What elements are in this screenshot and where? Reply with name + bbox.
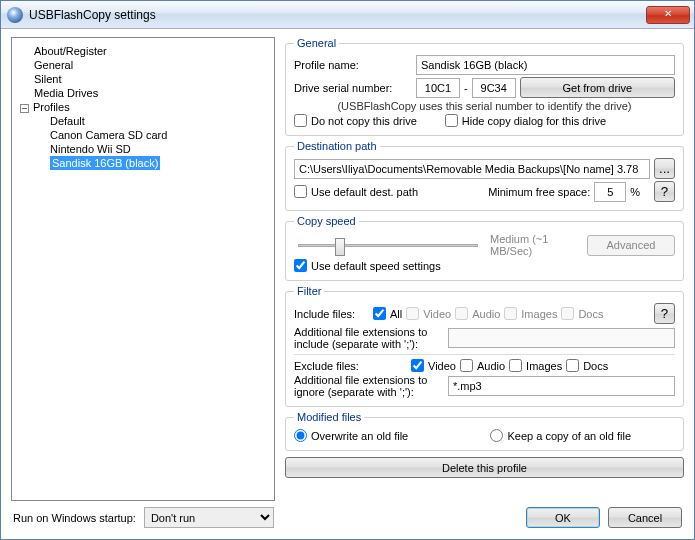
exclude-images-checkbox[interactable]: Images xyxy=(509,359,562,372)
tree-item-general[interactable]: General xyxy=(18,58,268,72)
speed-desc: Medium (~1 MB/Sec) xyxy=(490,233,583,257)
legend-general: General xyxy=(294,37,339,49)
serial-sep: - xyxy=(464,82,468,94)
dest-path-input[interactable] xyxy=(294,159,650,179)
tree-item-profiles[interactable]: –Profiles xyxy=(18,100,268,114)
speed-slider-thumb xyxy=(335,238,345,256)
close-button[interactable]: ✕ xyxy=(646,6,690,24)
delete-profile-button[interactable]: Delete this profile xyxy=(285,457,684,478)
collapse-icon[interactable]: – xyxy=(20,104,29,113)
do-not-copy-checkbox[interactable]: Do not copy this drive xyxy=(294,114,417,127)
advanced-button: Advanced xyxy=(587,235,675,256)
exclude-video-checkbox[interactable]: Video xyxy=(411,359,456,372)
tree-profile-default[interactable]: Default xyxy=(18,114,268,128)
group-speed: Copy speed Medium (~1 MB/Sec) Advanced U… xyxy=(285,215,684,281)
window-title: USBFlashCopy settings xyxy=(29,8,646,22)
use-default-speed-checkbox[interactable]: Use default speed settings xyxy=(294,259,441,272)
tree-profile-sandisk[interactable]: Sandisk 16GB (black) xyxy=(50,156,160,170)
profile-name-input[interactable] xyxy=(416,55,675,75)
include-docs-checkbox: Docs xyxy=(561,307,603,320)
settings-panel: General Profile name: Drive serial numbe… xyxy=(275,37,684,501)
pct-label: % xyxy=(630,186,640,198)
get-from-drive-button[interactable]: Get from drive xyxy=(520,77,675,98)
ok-button[interactable]: OK xyxy=(526,507,600,528)
startup-select[interactable]: Don't run xyxy=(144,507,274,528)
add-include-input xyxy=(448,328,675,348)
legend-speed: Copy speed xyxy=(294,215,359,227)
min-free-input[interactable] xyxy=(594,182,626,202)
include-video-checkbox: Video xyxy=(406,307,451,320)
use-default-dest-checkbox[interactable]: Use default dest. path xyxy=(294,185,418,198)
serial-label: Drive serial number: xyxy=(294,82,412,94)
dest-help-button[interactable]: ? xyxy=(654,181,675,202)
group-destination: Destination path ... Use default dest. p… xyxy=(285,140,684,211)
tree-item-media-drives[interactable]: Media Drives xyxy=(18,86,268,100)
footer: Run on Windows startup: Don't run OK Can… xyxy=(1,501,694,534)
include-images-checkbox: Images xyxy=(504,307,557,320)
filter-help-button[interactable]: ? xyxy=(654,303,675,324)
include-label: Include files: xyxy=(294,308,369,320)
browse-button[interactable]: ... xyxy=(654,158,675,179)
add-exclude-label: Additional file extensions to ignore (se… xyxy=(294,374,444,398)
include-audio-checkbox: Audio xyxy=(455,307,500,320)
tree-profile-canon[interactable]: Canon Camera SD card xyxy=(18,128,268,142)
add-exclude-input[interactable] xyxy=(448,376,675,396)
app-icon xyxy=(7,7,23,23)
include-all-checkbox[interactable]: All xyxy=(373,307,402,320)
cancel-button[interactable]: Cancel xyxy=(608,507,682,528)
tree-profile-wii[interactable]: Nintendo Wii SD xyxy=(18,142,268,156)
min-free-label: Minimum free space: xyxy=(488,186,590,198)
speed-slider xyxy=(298,244,478,247)
group-filter: Filter Include files: All Video Audio Im… xyxy=(285,285,684,407)
add-include-label: Additional file extensions to include (s… xyxy=(294,326,444,350)
nav-tree[interactable]: About/Register General Silent Media Driv… xyxy=(11,37,275,501)
profile-name-label: Profile name: xyxy=(294,59,412,71)
serial-note: (USBFlashCopy uses this serial number to… xyxy=(294,100,675,112)
exclude-audio-checkbox[interactable]: Audio xyxy=(460,359,505,372)
legend-modified: Modified files xyxy=(294,411,364,423)
group-modified: Modified files Overwrite an old file Kee… xyxy=(285,411,684,451)
startup-label: Run on Windows startup: xyxy=(13,512,136,524)
tree-item-about[interactable]: About/Register xyxy=(18,44,268,58)
titlebar: USBFlashCopy settings ✕ xyxy=(1,1,694,29)
exclude-label: Exclude files: xyxy=(294,360,369,372)
legend-destination: Destination path xyxy=(294,140,380,152)
legend-filter: Filter xyxy=(294,285,324,297)
serial1-input[interactable] xyxy=(416,78,460,98)
keep-copy-radio[interactable]: Keep a copy of an old file xyxy=(490,429,631,442)
hide-dialog-checkbox[interactable]: Hide copy dialog for this drive xyxy=(445,114,606,127)
serial2-input[interactable] xyxy=(472,78,516,98)
overwrite-radio[interactable]: Overwrite an old file xyxy=(294,429,408,442)
group-general: General Profile name: Drive serial numbe… xyxy=(285,37,684,136)
exclude-docs-checkbox[interactable]: Docs xyxy=(566,359,608,372)
tree-item-silent[interactable]: Silent xyxy=(18,72,268,86)
